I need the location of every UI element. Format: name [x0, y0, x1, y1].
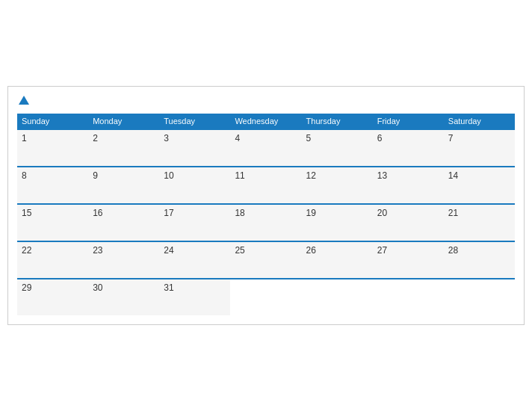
weekday-header-friday: Friday: [373, 114, 444, 129]
calendar-grid: SundayMondayTuesdayWednesdayThursdayFrid…: [17, 114, 515, 315]
day-number: 30: [93, 282, 102, 293]
calendar-header-row: SundayMondayTuesdayWednesdayThursdayFrid…: [17, 114, 515, 129]
day-number: 26: [306, 245, 316, 256]
calendar-cell: 22: [17, 241, 88, 279]
day-number: 17: [164, 208, 173, 218]
calendar-cell: 25: [230, 241, 301, 279]
day-number: 23: [93, 245, 102, 256]
day-number: 28: [448, 245, 458, 256]
day-number: 11: [235, 170, 244, 181]
weekday-header-wednesday: Wednesday: [230, 114, 301, 129]
calendar-cell: 1: [17, 129, 88, 167]
day-number: 20: [377, 208, 387, 218]
day-number: 1: [22, 133, 27, 143]
calendar-header: [17, 94, 515, 108]
calendar-cell: 18: [230, 204, 301, 241]
calendar-cell: 10: [159, 167, 230, 204]
calendar-cell: 9: [88, 167, 159, 204]
weekday-header-thursday: Thursday: [302, 114, 373, 129]
week-row-5: 293031: [17, 279, 515, 315]
day-number: 10: [164, 170, 173, 181]
calendar-cell: 29: [17, 279, 88, 315]
day-number: 16: [93, 208, 102, 218]
day-number: 19: [306, 208, 316, 218]
calendar-cell: 16: [88, 204, 159, 241]
day-number: 5: [306, 133, 312, 143]
day-number: 8: [22, 170, 27, 181]
day-number: 21: [448, 208, 458, 218]
day-number: 24: [164, 245, 173, 256]
day-number: 31: [164, 282, 173, 293]
calendar-cell: 28: [444, 241, 515, 279]
logo: [17, 94, 29, 108]
day-number: 13: [377, 170, 387, 181]
calendar-cell: [230, 279, 301, 315]
day-number: 12: [306, 170, 316, 181]
calendar-cell: 26: [302, 241, 373, 279]
day-number: 29: [22, 282, 31, 293]
calendar-cell: 21: [444, 204, 515, 241]
day-number: 22: [22, 245, 31, 256]
calendar-cell: 14: [444, 167, 515, 204]
day-number: 18: [235, 208, 244, 218]
day-number: 3: [164, 133, 169, 143]
calendar-cell: 17: [159, 204, 230, 241]
calendar-cell: 13: [373, 167, 444, 204]
calendar-cell: [444, 279, 515, 315]
day-number: 4: [235, 133, 240, 143]
calendar-cell: 20: [373, 204, 444, 241]
calendar-cell: [373, 279, 444, 315]
calendar-cell: 30: [88, 279, 159, 315]
logo-triangle-icon: [19, 96, 29, 105]
day-number: 7: [448, 133, 454, 143]
day-number: 25: [235, 245, 244, 256]
logo-general-text: [17, 94, 29, 108]
week-row-2: 891011121314: [17, 167, 515, 204]
calendar-cell: 6: [373, 129, 444, 167]
calendar-cell: 31: [159, 279, 230, 315]
calendar-cell: 15: [17, 204, 88, 241]
calendar-cell: 2: [88, 129, 159, 167]
weekday-header-sunday: Sunday: [17, 114, 88, 129]
calendar-cell: [302, 279, 373, 315]
calendar-cell: 3: [159, 129, 230, 167]
day-number: 2: [93, 133, 98, 143]
weekday-header-tuesday: Tuesday: [159, 114, 230, 129]
week-row-1: 1234567: [17, 129, 515, 167]
calendar-cell: 24: [159, 241, 230, 279]
calendar-cell: 27: [373, 241, 444, 279]
calendar-cell: 7: [444, 129, 515, 167]
calendar-cell: 12: [302, 167, 373, 204]
calendar-cell: 5: [302, 129, 373, 167]
calendar-cell: 23: [88, 241, 159, 279]
day-number: 15: [22, 208, 31, 218]
calendar-cell: 19: [302, 204, 373, 241]
calendar-cell: 4: [230, 129, 301, 167]
day-number: 6: [377, 133, 383, 143]
calendar-cell: 11: [230, 167, 301, 204]
weekday-header-monday: Monday: [88, 114, 159, 129]
calendar-cell: 8: [17, 167, 88, 204]
week-row-3: 15161718192021: [17, 204, 515, 241]
week-row-4: 22232425262728: [17, 241, 515, 279]
weekday-header-saturday: Saturday: [444, 114, 515, 129]
day-number: 14: [448, 170, 458, 181]
day-number: 27: [377, 245, 387, 256]
calendar-container: SundayMondayTuesdayWednesdayThursdayFrid…: [7, 86, 525, 325]
day-number: 9: [93, 170, 98, 181]
